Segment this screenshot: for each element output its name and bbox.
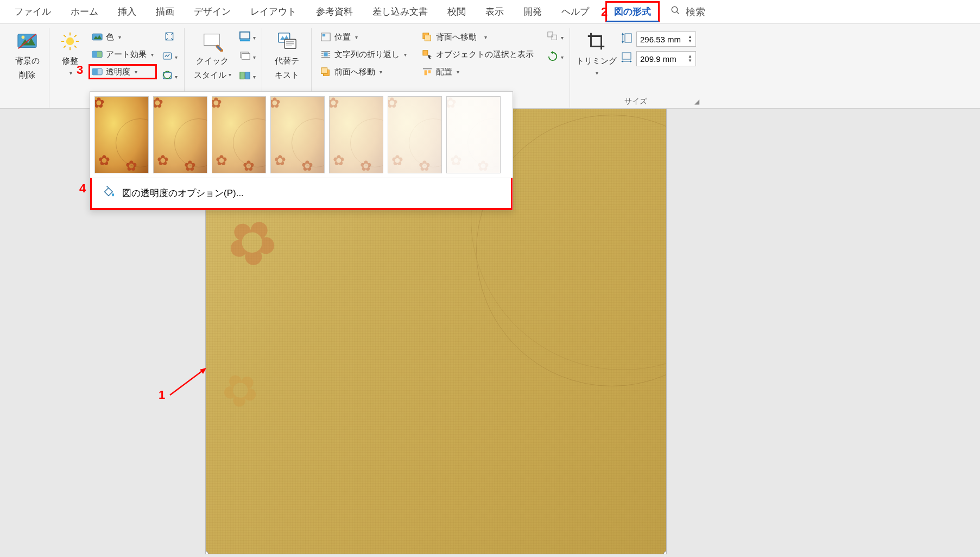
group-icon <box>547 31 559 44</box>
tab-picture-format[interactable]: 図の形式 <box>605 1 660 22</box>
tab-references[interactable]: 参考資料 <box>306 0 363 23</box>
tab-design[interactable]: デザイン <box>184 0 241 23</box>
annotation-3: 3 <box>77 63 83 77</box>
chevron-down-icon: ▾ <box>253 74 256 80</box>
svg-line-11 <box>64 35 66 37</box>
picture-effects-button[interactable]: ▾ <box>238 49 256 65</box>
quick-styles-label-1: クイック <box>196 56 229 65</box>
tab-layout[interactable]: レイアウト <box>241 0 306 23</box>
alt-text-icon <box>276 30 298 52</box>
svg-rect-24 <box>204 34 220 46</box>
group-objects-button[interactable]: ▾ <box>546 29 564 46</box>
quick-styles-label-2: スタイル <box>194 70 226 80</box>
tab-developer[interactable]: 開発 <box>514 0 552 23</box>
height-input[interactable]: 296.53 mm ▲▼ <box>636 32 696 47</box>
svg-rect-49 <box>425 35 431 41</box>
selection-pane-icon <box>422 49 433 60</box>
tab-help[interactable]: ヘルプ <box>552 0 599 23</box>
transparency-preset[interactable] <box>329 96 383 173</box>
position-button[interactable]: 位置 ▾ <box>317 29 410 45</box>
reset-picture-button[interactable]: ▾ <box>160 68 179 85</box>
chevron-down-icon: ▾ <box>355 34 358 40</box>
tab-mailings[interactable]: 差し込み文書 <box>363 0 438 23</box>
width-value: 209.9 mm <box>640 54 676 64</box>
picture-border-button[interactable]: ▾ <box>238 29 256 46</box>
tab-home[interactable]: ホーム <box>61 0 108 23</box>
svg-rect-39 <box>324 52 327 56</box>
transparency-preset[interactable] <box>388 96 442 173</box>
alt-text-button[interactable]: 代替テ キスト <box>268 28 306 80</box>
ribbon-tabs: ファイル ホーム 挿入 描画 デザイン レイアウト 参考資料 差し込み文書 校閲… <box>0 0 980 24</box>
svg-marker-64 <box>630 60 632 62</box>
remove-background-button[interactable]: 背景の 削除 <box>11 28 43 80</box>
picture-layout-icon <box>239 70 251 83</box>
transparency-icon <box>92 66 103 77</box>
height-value: 296.53 mm <box>640 35 681 44</box>
send-backward-button[interactable]: 背面へ移動 ▾ <box>419 29 537 45</box>
size-dialog-launcher[interactable]: ◢ <box>694 98 699 105</box>
tab-insert[interactable]: 挿入 <box>108 0 146 23</box>
color-button[interactable]: 色 ▾ <box>88 29 157 45</box>
position-label: 位置 <box>334 32 351 42</box>
transparency-preset[interactable] <box>446 96 501 173</box>
change-picture-button[interactable]: ▾ <box>160 49 179 65</box>
chevron-down-icon: ▾ <box>69 70 72 77</box>
align-button[interactable]: 配置 ▾ <box>419 64 537 79</box>
picture-border-icon <box>239 31 251 44</box>
artistic-effects-button[interactable]: アート効果 ▾ <box>88 47 157 62</box>
annotation-2: 2 <box>601 5 608 19</box>
transparency-preset[interactable] <box>153 96 207 173</box>
svg-marker-60 <box>622 41 624 43</box>
corrections-label: 修整 <box>62 55 78 66</box>
bring-forward-button[interactable]: 前面へ移動 ▾ <box>317 64 410 79</box>
chevron-down-icon: ▾ <box>135 69 137 75</box>
chevron-down-icon: ▾ <box>561 54 564 60</box>
annotation-1: 1 <box>159 388 165 402</box>
artistic-icon <box>92 49 103 60</box>
svg-rect-18 <box>92 51 97 58</box>
rotate-icon <box>547 51 559 64</box>
picture-transparency-options[interactable]: 図の透明度のオプション(P)... <box>90 178 513 210</box>
wrap-text-button[interactable]: 文字列の折り返し ▾ <box>317 47 410 62</box>
svg-rect-57 <box>625 34 631 42</box>
svg-marker-63 <box>621 60 623 62</box>
selection-pane-button[interactable]: オブジェクトの選択と表示 <box>419 47 537 62</box>
rotate-button[interactable]: ▾ <box>546 49 564 65</box>
transparency-button[interactable]: 透明度 ▾ <box>88 64 157 79</box>
send-backward-icon <box>422 32 433 42</box>
chevron-down-icon: ▾ <box>561 35 564 41</box>
transparency-preset[interactable] <box>94 96 149 173</box>
svg-rect-53 <box>428 70 431 73</box>
picture-layout-button[interactable]: ▾ <box>238 68 256 85</box>
search-box[interactable]: 検索 <box>671 5 705 18</box>
height-spinner[interactable]: ▲▼ <box>688 35 692 43</box>
quick-styles-button[interactable]: クイック スタイル▾ <box>190 28 235 80</box>
group-adjust-left: 背景の 削除 <box>5 28 49 108</box>
remove-bg-icon <box>16 30 38 52</box>
svg-rect-25 <box>239 32 249 39</box>
svg-line-66 <box>170 370 204 395</box>
svg-rect-38 <box>323 34 325 37</box>
crop-label: トリミング <box>576 55 617 66</box>
svg-line-12 <box>74 46 77 48</box>
transparency-preset[interactable] <box>270 96 325 173</box>
crop-button[interactable]: トリミング ▾ <box>576 28 617 77</box>
compress-pictures-button[interactable] <box>160 29 179 46</box>
svg-rect-50 <box>423 51 428 55</box>
chevron-down-icon: ▾ <box>175 74 178 80</box>
tab-draw[interactable]: 描画 <box>146 0 184 23</box>
bring-forward-icon <box>320 66 331 77</box>
remove-bg-label-2: 削除 <box>19 70 35 80</box>
chevron-down-icon: ▾ <box>484 34 487 40</box>
chevron-down-icon: ▾ <box>151 52 154 58</box>
transparency-preset[interactable] <box>212 96 266 173</box>
change-picture-icon <box>162 51 173 64</box>
tab-view[interactable]: 表示 <box>476 0 514 23</box>
resize-handle[interactable] <box>663 551 667 554</box>
tab-file[interactable]: ファイル <box>4 0 61 23</box>
width-input[interactable]: 209.9 mm ▲▼ <box>636 51 696 66</box>
width-spinner[interactable]: ▲▼ <box>688 54 692 63</box>
chevron-down-icon: ▾ <box>596 70 598 77</box>
tab-review[interactable]: 校閲 <box>438 0 476 23</box>
crop-icon <box>585 30 607 52</box>
